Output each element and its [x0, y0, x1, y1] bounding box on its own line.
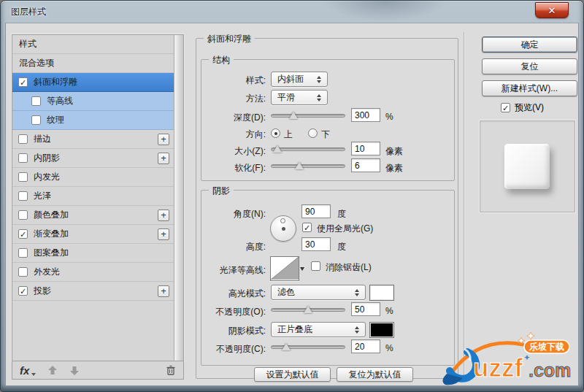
title-bar[interactable]: 图层样式 ✕ — [1, 1, 583, 23]
move-effect-up-button[interactable] — [47, 366, 58, 375]
highlight-mode-select[interactable]: 滤色 — [271, 285, 366, 300]
depth-slider-thumb[interactable] — [289, 112, 298, 119]
effect-checkbox[interactable] — [18, 191, 28, 201]
sidebar-item-contour[interactable]: 等高线 — [12, 92, 174, 111]
opacity-highlight-input[interactable] — [351, 302, 380, 316]
effect-checkbox[interactable]: ✓ — [18, 286, 28, 296]
page-title: 斜面和浮雕 — [204, 33, 255, 45]
sidebar-item-inner-shadow[interactable]: 内阴影+ — [12, 149, 174, 168]
size-slider[interactable] — [271, 147, 345, 151]
add-effect-button[interactable]: + — [158, 285, 169, 297]
spinner-icon — [316, 94, 322, 101]
altitude-unit: 度 — [337, 241, 346, 253]
method-label: 方法: — [201, 93, 266, 105]
sidebar-item-label: 描边 — [34, 133, 158, 145]
close-button[interactable]: ✕ — [535, 2, 569, 18]
sidebar-item-bevel-emboss[interactable]: ✓斜面和浮雕 — [12, 73, 174, 92]
highlight-mode-value: 滤色 — [277, 286, 354, 299]
contour-icon — [271, 257, 299, 280]
effect-checkbox[interactable] — [18, 134, 28, 144]
sidebar-item-label: 内发光 — [34, 171, 174, 183]
arrow-down-icon — [69, 366, 80, 375]
fx-icon: fx — [20, 364, 29, 377]
sidebar-item-pattern-overlay[interactable]: 图案叠加 — [12, 244, 174, 263]
ok-button[interactable]: 确定 — [482, 36, 577, 53]
fx-menu-button[interactable]: fx — [20, 364, 36, 377]
direction-down-radio[interactable] — [308, 128, 318, 138]
highlight-mode-label: 高光模式: — [201, 288, 266, 300]
size-input[interactable] — [351, 142, 380, 155]
effect-checkbox[interactable] — [18, 210, 28, 220]
opacity-shadow-thumb[interactable] — [282, 343, 291, 350]
soften-slider[interactable] — [271, 164, 345, 168]
depth-slider[interactable] — [271, 114, 345, 118]
shading-group-title: 阴影 — [209, 185, 234, 197]
shading-group: 阴影 角度(N): 度 ✓ 使用全局光(G) 高度: 度 光泽等高线: — [201, 190, 455, 366]
global-light-checkbox[interactable]: ✓ — [302, 223, 312, 232]
effect-checkbox[interactable]: ✓ — [18, 77, 28, 87]
effect-checkbox[interactable] — [18, 153, 28, 163]
sidebar-item-gradient-overlay[interactable]: ✓渐变叠加+ — [12, 225, 174, 244]
sidebar-item-stroke[interactable]: 描边+ — [12, 130, 174, 149]
sidebar-scrollbar[interactable] — [174, 35, 183, 361]
add-effect-button[interactable]: + — [158, 134, 169, 145]
depth-label: 深度(D): — [201, 112, 266, 124]
effect-checkbox[interactable] — [31, 96, 41, 106]
opacity-highlight-slider[interactable] — [271, 308, 345, 312]
contour-dropdown-arrow-icon[interactable] — [298, 264, 307, 274]
move-effect-down-button[interactable] — [69, 366, 80, 375]
style-preview-box — [480, 120, 575, 212]
angle-dial[interactable] — [270, 215, 296, 242]
direction-up-radio[interactable] — [271, 128, 280, 138]
reset-default-button[interactable]: 复位为默认值 — [337, 367, 413, 382]
set-default-button[interactable]: 设置为默认值 — [254, 367, 331, 382]
sidebar-item-inner-glow[interactable]: 内发光 — [12, 168, 174, 187]
delete-effect-button[interactable] — [166, 365, 176, 375]
star-icon — [524, 355, 529, 360]
angle-input[interactable] — [301, 204, 331, 218]
sidebar-item-color-overlay[interactable]: 颜色叠加+ — [12, 206, 174, 225]
preview-checkbox[interactable]: ✓ — [501, 103, 510, 112]
effect-checkbox[interactable] — [31, 115, 41, 125]
opacity-shadow-input[interactable] — [351, 339, 380, 353]
reset-button[interactable]: 复位 — [482, 58, 577, 74]
arrow-up-icon — [47, 366, 58, 375]
style-preview-thumbnail — [504, 144, 550, 189]
altitude-input[interactable] — [301, 237, 331, 251]
new-style-button[interactable]: 新建样式(W)... — [482, 80, 577, 96]
sidebar-item-texture[interactable]: 纹理 — [12, 111, 174, 130]
shadow-color-swatch[interactable] — [369, 322, 394, 338]
soften-slider-thumb[interactable] — [295, 162, 304, 169]
add-effect-button[interactable]: + — [158, 210, 169, 221]
antialias-checkbox[interactable] — [311, 261, 320, 271]
opacity-highlight-unit: % — [385, 306, 393, 316]
effect-checkbox[interactable] — [18, 267, 28, 277]
sidebar-item-label: 光泽 — [34, 190, 174, 202]
add-effect-button[interactable]: + — [158, 228, 169, 240]
sidebar-item-outer-glow[interactable]: 外发光 — [12, 263, 174, 282]
opacity-highlight-thumb[interactable] — [304, 306, 312, 313]
sidebar-item-label: 斜面和浮雕 — [34, 76, 174, 88]
sidebar-item-drop-shadow[interactable]: ✓投影+ — [12, 282, 174, 301]
angle-unit: 度 — [337, 208, 346, 220]
size-slider-thumb[interactable] — [273, 145, 282, 153]
method-select[interactable]: 平滑 — [271, 90, 328, 105]
gloss-contour-picker[interactable] — [270, 256, 299, 281]
sidebar-item-blending-options[interactable]: 混合选项 — [12, 54, 174, 73]
add-effect-button[interactable]: + — [158, 153, 169, 164]
style-select[interactable]: 内斜面 — [271, 72, 328, 87]
sidebar-item-satin[interactable]: 光泽 — [12, 187, 174, 206]
opacity-shadow-slider[interactable] — [271, 345, 345, 349]
sidebar-item-styles[interactable]: 样式 — [12, 35, 174, 54]
size-unit: 像素 — [385, 145, 403, 158]
direction-label: 方向: — [201, 128, 266, 141]
effect-checkbox[interactable] — [18, 248, 28, 258]
highlight-color-swatch[interactable] — [369, 285, 394, 301]
logo-tld-text: .com — [529, 360, 571, 380]
depth-input[interactable] — [351, 108, 380, 122]
effect-checkbox[interactable] — [18, 172, 28, 182]
shadow-mode-select[interactable]: 正片叠底 — [271, 322, 366, 337]
caret-down-icon — [31, 373, 36, 376]
effect-checkbox[interactable]: ✓ — [18, 229, 28, 239]
soften-input[interactable] — [351, 158, 380, 172]
